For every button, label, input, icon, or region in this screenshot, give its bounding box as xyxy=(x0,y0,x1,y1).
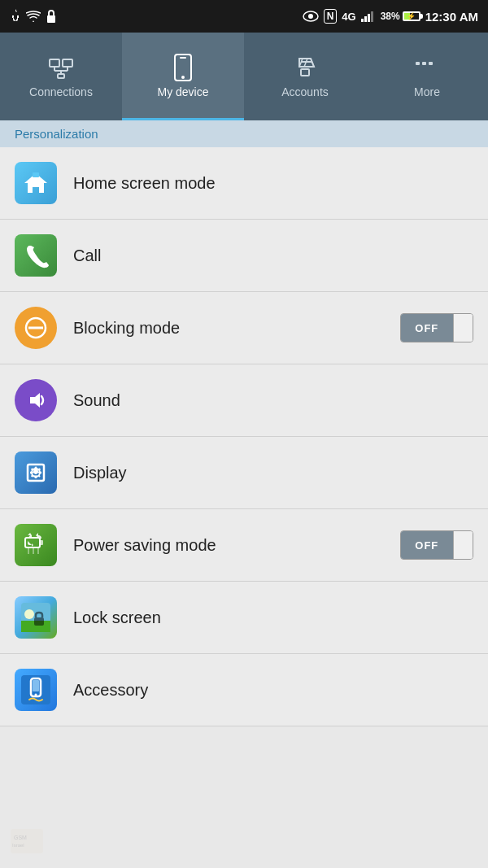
settings-item-display[interactable]: Display xyxy=(0,437,488,509)
home-screen-icon xyxy=(15,162,57,204)
tab-my-device[interactable]: My device xyxy=(122,33,244,120)
blocking-icon xyxy=(15,307,57,349)
sound-icon xyxy=(15,379,57,421)
svg-rect-24 xyxy=(429,62,433,65)
more-tab-icon xyxy=(412,53,442,82)
svg-text:GSM: GSM xyxy=(14,835,27,840)
tab-more-label: More xyxy=(414,85,440,98)
svg-rect-4 xyxy=(364,16,367,22)
lock-screen-icon xyxy=(15,596,57,639)
power-saving-mode-label: Power saving mode xyxy=(73,536,400,555)
svg-text:Israel: Israel xyxy=(12,843,24,848)
svg-line-42 xyxy=(32,476,33,478)
battery-icon: ⚡ xyxy=(403,11,420,21)
settings-item-power-saving[interactable]: Power saving mode OFF xyxy=(0,509,488,582)
settings-item-home-screen-mode[interactable]: Home screen mode xyxy=(0,147,488,220)
svg-rect-8 xyxy=(63,59,72,67)
nfc-icon: N xyxy=(324,9,338,24)
blocking-toggle-off-label: OFF xyxy=(401,314,453,342)
svg-rect-44 xyxy=(40,540,43,545)
accessory-label: Accessory xyxy=(73,681,473,700)
power-saving-toggle[interactable]: OFF xyxy=(400,530,473,560)
svg-rect-25 xyxy=(33,172,39,177)
tab-my-device-label: My device xyxy=(157,85,208,98)
status-left-icons xyxy=(10,9,57,24)
blocking-toggle-knob xyxy=(453,314,473,342)
svg-marker-28 xyxy=(30,393,40,408)
svg-rect-0 xyxy=(47,15,55,23)
display-label: Display xyxy=(73,464,473,482)
section-personalization: Personalization xyxy=(0,120,488,147)
power-saving-icon xyxy=(15,524,57,566)
power-toggle-knob xyxy=(453,531,473,559)
settings-item-blocking-mode[interactable]: Blocking mode OFF xyxy=(0,292,488,364)
svg-line-41 xyxy=(39,469,41,470)
svg-rect-7 xyxy=(50,59,59,67)
wifi-icon xyxy=(26,11,41,22)
power-toggle-off-label: OFF xyxy=(401,531,453,559)
settings-item-accessory[interactable]: Accessory xyxy=(0,654,488,726)
sound-label: Sound xyxy=(73,391,473,410)
section-header-label: Personalization xyxy=(15,127,98,141)
status-time: 12:30 AM xyxy=(425,10,478,24)
svg-line-39 xyxy=(32,469,33,470)
svg-point-52 xyxy=(35,694,37,696)
tab-connections-label: Connections xyxy=(29,85,93,98)
usb-icon xyxy=(10,9,21,24)
svg-rect-51 xyxy=(33,680,39,691)
svg-rect-48 xyxy=(34,617,44,626)
svg-point-16 xyxy=(181,76,185,79)
svg-rect-5 xyxy=(368,14,370,22)
svg-rect-21 xyxy=(301,69,309,76)
eye-icon xyxy=(303,11,319,22)
tab-bar: Connections My device Accounts xyxy=(0,33,488,120)
svg-line-40 xyxy=(39,476,41,478)
blocking-mode-toggle[interactable]: OFF xyxy=(400,313,473,342)
connections-tab-icon xyxy=(46,53,76,82)
accounts-tab-icon xyxy=(290,53,320,82)
svg-point-2 xyxy=(308,14,313,19)
svg-point-47 xyxy=(24,609,34,619)
settings-list: Home screen mode Call Blocking mode OFF xyxy=(0,147,488,726)
status-right-info: N 4G 38% ⚡ 12:30 AM xyxy=(303,9,478,24)
lock-screen-label: Lock screen xyxy=(73,608,473,627)
svg-rect-23 xyxy=(422,62,426,65)
tab-connections[interactable]: Connections xyxy=(0,33,122,120)
svg-rect-3 xyxy=(361,19,364,22)
settings-item-sound[interactable]: Sound xyxy=(0,364,488,437)
call-label: Call xyxy=(73,246,473,265)
signal-icon xyxy=(361,11,376,22)
network-icon: 4G xyxy=(342,11,355,23)
svg-rect-6 xyxy=(371,11,373,22)
svg-point-34 xyxy=(34,471,37,474)
lock-status-icon xyxy=(46,10,57,23)
tab-accounts-label: Accounts xyxy=(281,85,329,98)
settings-item-lock-screen[interactable]: Lock screen xyxy=(0,582,488,654)
accessory-icon xyxy=(15,669,57,711)
watermark: GSM Israel xyxy=(7,821,47,861)
battery-percent: 38% xyxy=(381,11,400,22)
settings-item-call[interactable]: Call xyxy=(0,220,488,292)
svg-rect-22 xyxy=(416,62,420,65)
call-icon xyxy=(15,234,57,277)
status-bar: N 4G 38% ⚡ 12:30 AM xyxy=(0,0,488,33)
tab-more[interactable]: More xyxy=(366,33,488,120)
battery-indicator: 38% ⚡ xyxy=(381,11,420,22)
svg-rect-13 xyxy=(58,74,64,78)
svg-rect-43 xyxy=(25,538,40,547)
tab-accounts[interactable]: Accounts xyxy=(244,33,366,120)
home-screen-mode-label: Home screen mode xyxy=(73,174,473,193)
svg-rect-53 xyxy=(11,829,43,853)
my-device-tab-icon xyxy=(168,53,198,82)
display-icon xyxy=(15,451,57,494)
blocking-mode-label: Blocking mode xyxy=(73,319,400,338)
